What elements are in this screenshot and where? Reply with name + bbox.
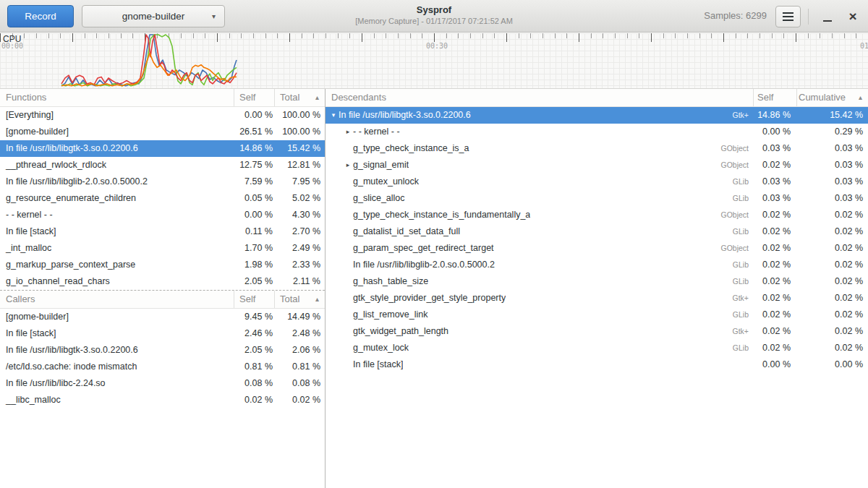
column-header-functions[interactable]: Functions (0, 89, 234, 106)
descendants-row[interactable]: g_param_spec_get_redirect_targetGObject0… (326, 240, 868, 257)
library-badge: GLib (733, 340, 753, 356)
menu-button[interactable] (775, 6, 801, 27)
function-name: __pthread_rwlock_rdlock (0, 157, 234, 174)
function-name: g_hash_table_size (353, 273, 428, 290)
descendants-row[interactable]: ▾In file /usr/lib/libgtk-3.so.0.2200.6Gt… (326, 107, 868, 124)
column-header-descendants[interactable]: Descendants (326, 89, 753, 106)
expander-spacer (343, 190, 353, 207)
process-selector-dropdown[interactable]: gnome-builder ▾ (82, 5, 225, 27)
chevron-down-icon: ▾ (212, 12, 216, 20)
callers-splitter[interactable]: Callers Self Total ▴ [gnome-builder]9.45… (0, 290, 325, 408)
total-percent: 7.95 % (274, 174, 325, 190)
expander-open-icon[interactable]: ▾ (328, 107, 339, 124)
functions-row[interactable]: - - kernel - -0.00 %4.30 % (0, 207, 325, 223)
column-header-total[interactable]: Total ▴ (274, 89, 325, 106)
cumulative-percent: 0.02 % (796, 340, 868, 356)
descendants-row[interactable]: g_mutex_lockGLib0.02 %0.02 % (326, 340, 868, 356)
library-badge: GLib (733, 273, 753, 290)
total-percent: 14.49 % (274, 309, 325, 325)
functions-row[interactable]: g_markup_parse_context_parse1.98 %2.33 % (0, 257, 325, 273)
descendants-row[interactable]: g_hash_table_sizeGLib0.02 %0.02 % (326, 273, 868, 290)
descendants-row[interactable]: g_datalist_id_set_data_fullGLib0.02 %0.0… (326, 223, 868, 240)
self-percent: 0.00 % (753, 124, 796, 140)
self-percent: 0.05 % (234, 190, 274, 207)
functions-table-header: Functions Self Total ▴ (0, 89, 325, 107)
sort-ascending-icon: ▴ (315, 89, 325, 106)
library-badge: GLib (733, 257, 753, 273)
callers-row[interactable]: In file /usr/lib/libc-2.24.so0.08 %0.08 … (0, 375, 325, 392)
window-title-block: Sysprof [Memory Capture] - 01/17/2017 07… (231, 4, 637, 27)
expander-spacer (343, 323, 353, 340)
descendants-row[interactable]: gtk_widget_path_lengthGtk+0.02 %0.02 % (326, 323, 868, 340)
descendants-row[interactable]: gtk_style_provider_get_style_propertyGtk… (326, 290, 868, 307)
total-percent: 5.02 % (274, 190, 325, 207)
sort-ascending-icon: ▴ (315, 291, 325, 308)
callers-row[interactable]: In file [stack]2.46 %2.48 % (0, 325, 325, 342)
expander-closed-icon[interactable]: ▸ (343, 124, 353, 140)
callers-table-header: Callers Self Total ▴ (0, 291, 325, 309)
cpu-usage-graph[interactable]: CPU 00:0000:3001:00 (0, 33, 868, 89)
functions-row[interactable]: [Everything]0.00 %100.00 % (0, 107, 325, 124)
library-badge: Gtk+ (733, 107, 753, 124)
callers-row[interactable]: In file /usr/lib/libgtk-3.so.0.2200.62.0… (0, 342, 325, 359)
self-percent: 0.02 % (753, 290, 796, 307)
column-header-self[interactable]: Self (753, 89, 796, 106)
function-name: /etc/ld.so.cache: inode mismatch (0, 359, 234, 375)
callers-row[interactable]: __libc_malloc0.02 %0.02 % (0, 392, 325, 408)
cumulative-percent: 0.02 % (796, 307, 868, 323)
functions-table: [Everything]0.00 %100.00 %[gnome-builder… (0, 107, 325, 290)
samples-count: Samples: 6299 (704, 10, 767, 21)
descendants-row[interactable]: g_list_remove_linkGLib0.02 %0.02 % (326, 307, 868, 323)
function-name: g_type_check_instance_is_fundamentally_a (353, 207, 530, 223)
callers-row[interactable]: /etc/ld.so.cache: inode mismatch0.81 %0.… (0, 359, 325, 375)
callers-row[interactable]: [gnome-builder]9.45 %14.49 % (0, 309, 325, 325)
function-name: gtk_widget_path_length (353, 323, 448, 340)
descendants-row[interactable]: g_type_check_instance_is_fundamentally_a… (326, 207, 868, 223)
column-header-callers[interactable]: Callers (0, 291, 234, 308)
functions-row[interactable]: g_resource_enumerate_children0.05 %5.02 … (0, 190, 325, 207)
column-header-total[interactable]: Total ▴ (274, 291, 325, 308)
column-header-self[interactable]: Self (234, 89, 274, 106)
expander-spacer (343, 356, 353, 373)
functions-row[interactable]: In file /usr/lib/libgtk-3.so.0.2200.614.… (0, 140, 325, 157)
functions-row[interactable]: __pthread_rwlock_rdlock12.75 %12.81 % (0, 157, 325, 174)
descendants-row[interactable]: In file [stack]0.00 %0.00 % (326, 356, 868, 373)
descendants-row[interactable]: ▸- - kernel - -0.00 %0.29 % (326, 124, 868, 140)
functions-row[interactable]: [gnome-builder]26.51 %100.00 % (0, 124, 325, 140)
function-name: In file /usr/lib/libglib-2.0.so.0.5000.2 (0, 174, 234, 190)
library-badge: GObject (720, 207, 753, 223)
function-name: - - kernel - - (353, 124, 400, 140)
descendants-row[interactable]: ▸g_signal_emitGObject0.02 %0.03 % (326, 157, 868, 174)
self-percent: 2.05 % (234, 342, 274, 359)
functions-row[interactable]: In file [stack]0.11 %2.70 % (0, 223, 325, 240)
column-header-cumulative[interactable]: Cumulative ▴ (796, 89, 868, 106)
function-name: g_param_spec_get_redirect_target (353, 240, 494, 257)
descendants-row[interactable]: In file /usr/lib/libglib-2.0.so.0.5000.2… (326, 257, 868, 273)
expander-closed-icon[interactable]: ▸ (343, 157, 353, 174)
descendants-table-header: Descendants Self Cumulative ▴ (326, 89, 868, 107)
total-percent: 15.42 % (274, 140, 325, 157)
column-header-self[interactable]: Self (234, 291, 274, 308)
column-header-cumulative-label: Cumulative (799, 89, 846, 106)
self-percent: 0.02 % (753, 240, 796, 257)
descendants-row[interactable]: g_slice_allocGLib0.03 %0.03 % (326, 190, 868, 207)
function-name: In file /usr/lib/libgtk-3.so.0.2200.6 (339, 107, 471, 124)
total-percent: 0.02 % (274, 392, 325, 408)
self-percent: 0.02 % (234, 392, 274, 408)
total-percent: 100.00 % (274, 107, 325, 124)
functions-row[interactable]: g_io_channel_read_chars2.05 %2.11 % (0, 273, 325, 290)
function-name: [Everything] (0, 107, 234, 124)
descendants-row[interactable]: g_type_check_instance_is_aGObject0.03 %0… (326, 140, 868, 157)
record-button[interactable]: Record (7, 5, 74, 27)
function-name: In file [stack] (0, 325, 234, 342)
cumulative-percent: 0.02 % (796, 257, 868, 273)
self-percent: 0.03 % (753, 190, 796, 207)
functions-row[interactable]: _int_malloc1.70 %2.49 % (0, 240, 325, 257)
functions-row[interactable]: In file /usr/lib/libglib-2.0.so.0.5000.2… (0, 174, 325, 190)
total-percent: 4.30 % (274, 207, 325, 223)
function-name: g_type_check_instance_is_a (353, 140, 469, 157)
function-name: g_list_remove_link (353, 307, 428, 323)
minimize-button[interactable] (816, 6, 839, 27)
close-button[interactable]: × (841, 6, 864, 27)
descendants-row[interactable]: g_mutex_unlockGLib0.03 %0.03 % (326, 174, 868, 190)
